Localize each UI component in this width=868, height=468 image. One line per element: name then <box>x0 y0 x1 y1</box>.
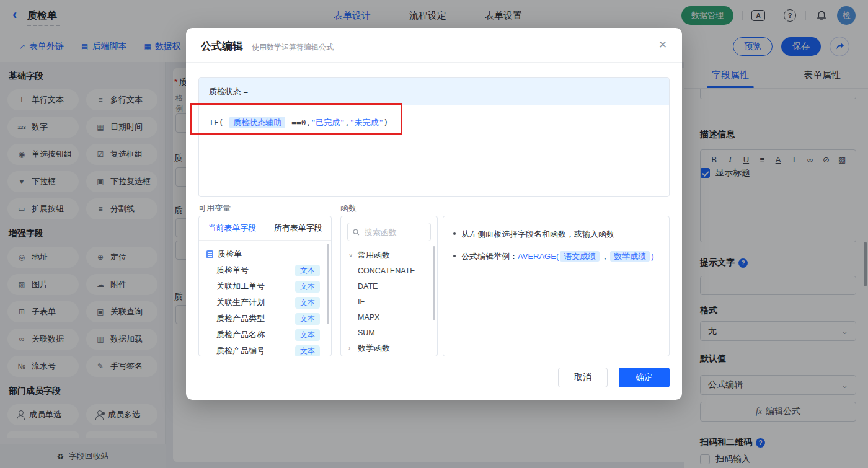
confirm-button[interactable]: 确定 <box>619 368 670 387</box>
tip-text: 从左侧面板选择字段名和函数，或输入函数 <box>461 229 614 239</box>
function-item[interactable]: SUM <box>341 325 437 340</box>
tab-current-form-fields[interactable]: 当前表单字段 <box>199 216 265 240</box>
scrollbar-thumb[interactable] <box>433 246 435 320</box>
close-icon[interactable]: ✕ <box>658 38 667 51</box>
variable-field-row[interactable]: 质检单号文本 <box>199 262 331 278</box>
function-group-name: 常用函数 <box>358 250 390 261</box>
variable-type-badge: 文本 <box>295 281 320 293</box>
variable-field-row[interactable]: 质检产品编号文本 <box>199 343 331 356</box>
tip-item: 从左侧面板选择字段名和函数，或输入函数 <box>453 227 659 241</box>
chevron-right-icon: › <box>348 345 354 351</box>
function-group-name: 数学函数 <box>358 343 390 354</box>
scrollbar-thumb[interactable] <box>327 244 329 324</box>
function-item[interactable]: DATE <box>341 278 437 294</box>
variable-field-row[interactable]: 关联加工单号文本 <box>199 278 331 294</box>
function-search-box[interactable] <box>347 223 431 241</box>
formula-expression[interactable]: IF( 质检状态辅助 ==0,"已完成","未完成") <box>199 105 669 141</box>
variable-type-badge: 文本 <box>295 265 320 276</box>
function-group[interactable]: ∨常用函数 <box>341 247 437 263</box>
variable-field-name: 质检产品名称 <box>216 329 295 340</box>
tab-all-form-fields[interactable]: 所有表单字段 <box>265 216 332 240</box>
variable-field-name: 关联加工单号 <box>216 281 295 292</box>
formula-target: 质检状态 = <box>199 78 669 105</box>
variable-field-name: 质检单号 <box>216 265 295 276</box>
functions-panel: ∨常用函数CONCATENATEDATEIFMAPXSUM›数学函数›文本函数 <box>340 216 438 356</box>
modal-title: 公式编辑 <box>201 39 243 53</box>
formula-code: ) <box>384 118 389 127</box>
function-group[interactable]: ›数学函数 <box>341 340 437 356</box>
variable-field-row[interactable]: 质检产品类型文本 <box>199 311 331 327</box>
form-designer-app: ‹ 质检单 表单设计流程设定表单设置 数据管理 A ? 检 ↗表单外链▤后端脚本… <box>0 0 868 468</box>
formula-code: , <box>345 118 350 127</box>
variable-type-badge: 文本 <box>295 297 320 309</box>
document-icon <box>206 250 213 258</box>
function-search-input[interactable] <box>363 227 425 237</box>
variables-panel: 当前表单字段 所有表单字段 质检单 质检单号文本关联加工单号文本关联生产计划文本… <box>198 216 332 356</box>
form-root-item[interactable]: 质检单 <box>199 246 331 262</box>
tip-item: 公式编辑举例：AVERAGE(语文成绩，数学成绩) <box>453 250 659 263</box>
tip-text: 公式编辑举例： <box>461 252 518 261</box>
formula-editor-box[interactable]: 质检状态 = IF( 质检状态辅助 ==0,"已完成","未完成") <box>198 77 670 197</box>
variable-field-name: 质检产品类型 <box>216 313 295 324</box>
variables-tabs: 当前表单字段 所有表单字段 <box>199 216 331 241</box>
function-group[interactable]: ›文本函数 <box>341 356 437 356</box>
formula-code: ==0, <box>286 118 311 127</box>
bullet-icon <box>453 232 456 235</box>
example-field-token: 数学成绩 <box>610 251 650 262</box>
variables-list: 质检单 质检单号文本关联加工单号文本关联生产计划文本质检产品类型文本质检产品名称… <box>199 241 331 356</box>
tip-text: ， <box>601 252 609 261</box>
formula-editor-modal: 公式编辑 使用数学运算符编辑公式 ✕ 质检状态 = IF( 质检状态辅助 ==0… <box>186 28 682 400</box>
tips-panel: 从左侧面板选择字段名和函数，或输入函数公式编辑举例：AVERAGE(语文成绩，数… <box>443 216 670 356</box>
form-root-label: 质检单 <box>218 249 242 260</box>
variable-field-name: 关联生产计划 <box>216 297 295 308</box>
variables-panel-label: 可用变量 <box>198 203 231 214</box>
bullet-icon <box>453 255 456 257</box>
field-token[interactable]: 质检状态辅助 <box>229 117 285 128</box>
formula-code: IF( <box>209 118 228 127</box>
tip-fn: ) <box>651 252 653 261</box>
tip-content: 从左侧面板选择字段名和函数，或输入函数 <box>461 227 614 241</box>
variable-field-row[interactable]: 质检产品名称文本 <box>199 327 331 343</box>
search-icon <box>353 228 360 236</box>
modal-subtitle: 使用数学运算符编辑公式 <box>252 42 334 53</box>
variable-type-badge: 文本 <box>295 345 320 357</box>
formula-string: "未完成" <box>350 118 384 127</box>
functions-panel-label: 函数 <box>340 203 356 214</box>
tip-fn: AVERAGE( <box>518 252 559 261</box>
variable-field-name: 质检产品编号 <box>216 345 295 356</box>
modal-footer: 取消 确定 <box>558 368 670 387</box>
formula-string: "已完成" <box>311 118 345 127</box>
cancel-button[interactable]: 取消 <box>558 368 608 387</box>
function-item[interactable]: IF <box>341 294 437 309</box>
modal-header: 公式编辑 使用数学运算符编辑公式 ✕ <box>186 28 682 63</box>
variable-type-badge: 文本 <box>295 329 320 341</box>
function-item[interactable]: CONCATENATE <box>341 263 437 278</box>
example-field-token: 语文成绩 <box>560 251 600 262</box>
tip-content: 公式编辑举例：AVERAGE(语文成绩，数学成绩) <box>461 250 654 263</box>
function-item[interactable]: MAPX <box>341 309 437 325</box>
chevron-down-icon: ∨ <box>348 252 354 258</box>
variable-field-row[interactable]: 关联生产计划文本 <box>199 294 331 311</box>
variable-type-badge: 文本 <box>295 313 320 325</box>
function-tree: ∨常用函数CONCATENATEDATEIFMAPXSUM›数学函数›文本函数 <box>341 247 437 356</box>
